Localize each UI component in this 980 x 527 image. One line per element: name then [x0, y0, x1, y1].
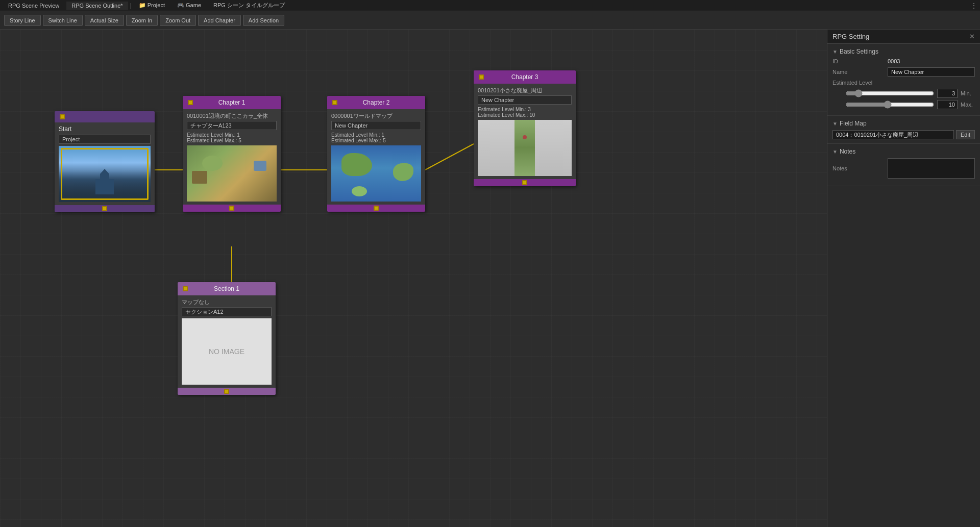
start-node-body: Start — [55, 122, 155, 205]
chapter3-node[interactable]: Chapter 3 0010201小さな廃屋_周辺 Estimated Leve… — [474, 70, 576, 186]
chapter3-body: 0010201小さな廃屋_周辺 Estimated Level Min.: 3E… — [474, 84, 576, 179]
chapter1-mapid: 0010001辺境の町ここカラ_全体 — [187, 112, 277, 120]
chapter3-header: Chapter 3 — [474, 70, 576, 84]
tab-separator-1: | — [130, 2, 132, 9]
chapter2-level: Estimated Level Min.: 1Estimated Level M… — [331, 132, 421, 143]
chapter3-connector-top — [479, 74, 484, 80]
start-connector-top — [60, 114, 65, 119]
section1-node[interactable]: Section 1 マップなし NO IMAGE — [178, 282, 276, 395]
chapter2-node[interactable]: Chapter 2 0000001ワールドマップ Estimated Level… — [327, 96, 425, 212]
section1-connector-bottom — [224, 389, 229, 394]
level-min-unit: Min. — [961, 90, 975, 96]
name-label: Name — [832, 69, 884, 75]
start-project-input[interactable] — [59, 135, 151, 144]
chapter2-footer — [327, 205, 425, 212]
chapter2-body: 0000001ワールドマップ Estimated Level Min.: 1Es… — [327, 109, 425, 205]
chapter1-title: Chapter 1 — [218, 99, 246, 106]
switch-line-button[interactable]: Switch Line — [43, 15, 83, 26]
chapter1-node[interactable]: Chapter 1 0010001辺境の町ここカラ_全体 Estimated L… — [183, 96, 281, 212]
section1-no-image: NO IMAGE — [182, 318, 272, 385]
start-node-footer — [55, 205, 155, 212]
chapter1-level: Estimated Level Min.: 1Estimated Level M… — [187, 132, 277, 143]
chapter1-connector-bottom — [229, 206, 234, 211]
story-line-button[interactable]: Story Line — [4, 15, 41, 26]
tab-tilemap[interactable]: RPG シーン タイルグループ — [208, 1, 290, 10]
chapter1-input[interactable] — [187, 121, 277, 130]
chapter2-input[interactable] — [331, 121, 421, 130]
start-node-header — [55, 111, 155, 122]
level-max-input[interactable] — [937, 100, 958, 109]
field-map-edit-button[interactable]: Edit — [956, 130, 975, 139]
chapter1-body: 0010001辺境の町ここカラ_全体 Estimated Level Min.:… — [183, 109, 281, 205]
section1-connector-top — [183, 286, 188, 291]
estimated-level-label: Estimated Level — [832, 80, 884, 86]
section1-input[interactable] — [182, 307, 272, 316]
field-map-section: ▼ Field Map Edit — [827, 116, 980, 144]
chapter1-header: Chapter 1 — [183, 96, 281, 109]
level-min-row: Min. — [832, 89, 975, 98]
start-connector-bottom — [102, 206, 107, 211]
chapter3-title: Chapter 3 — [511, 73, 538, 81]
name-row: Name — [832, 67, 975, 77]
level-max-slider[interactable] — [846, 101, 934, 109]
notes-row: Notes — [832, 158, 975, 179]
actual-size-button[interactable]: Actual Size — [85, 15, 124, 26]
start-node[interactable]: Start — [55, 111, 155, 212]
main-layout: Start Chapter 1 — [0, 30, 980, 527]
notes-section-label: Notes — [840, 148, 855, 155]
section1-body: マップなし NO IMAGE — [178, 295, 276, 388]
field-map-input[interactable] — [832, 130, 954, 139]
zoom-in-button[interactable]: Zoom In — [126, 15, 158, 26]
svg-line-2 — [425, 144, 474, 170]
chapter2-title: Chapter 2 — [363, 99, 390, 106]
notes-arrow: ▼ — [832, 149, 838, 155]
add-chapter-button[interactable]: Add Chapter — [198, 15, 241, 26]
basic-settings-section: ▼ Basic Settings ID 0003 Name Estimated … — [827, 44, 980, 116]
more-tabs-button[interactable]: ⋮ — [971, 2, 977, 9]
tab-rpg-scene-outline[interactable]: RPG Scene Outline* — [66, 2, 128, 10]
level-min-slider[interactable] — [846, 89, 934, 97]
chapter3-level: Estimated Level Min.: 3Estimated Level M… — [478, 107, 572, 118]
chapter2-connector-top — [332, 100, 337, 105]
chapter1-connector-top — [188, 100, 193, 105]
chapter3-image — [478, 120, 572, 176]
right-panel-title: RPG Setting ✕ — [827, 30, 980, 44]
basic-settings-header: ▼ Basic Settings — [832, 48, 975, 55]
chapter2-header: Chapter 2 — [327, 96, 425, 109]
level-max-row: Max. — [832, 100, 975, 109]
id-row: ID 0003 — [832, 58, 975, 64]
name-input[interactable] — [888, 67, 975, 77]
notes-textarea[interactable] — [888, 158, 975, 179]
add-section-button[interactable]: Add Section — [243, 15, 284, 26]
notes-label: Notes — [832, 165, 884, 171]
zoom-out-button[interactable]: Zoom Out — [160, 15, 196, 26]
field-map-header: ▼ Field Map — [832, 120, 975, 127]
chapter3-connector-bottom — [522, 180, 527, 185]
toolbar: Story Line Switch Line Actual Size Zoom … — [0, 11, 980, 30]
tab-project[interactable]: 📁 Project — [134, 1, 170, 10]
basic-settings-label: Basic Settings — [840, 48, 878, 55]
chapter2-image — [331, 145, 421, 202]
estimated-level-row: Estimated Level — [832, 80, 975, 86]
panel-close-icon[interactable]: ✕ — [969, 33, 975, 40]
level-max-unit: Max. — [961, 102, 975, 108]
chapter3-input[interactable] — [478, 95, 572, 105]
start-image — [59, 146, 151, 202]
chapter3-mapid: 0010201小さな廃屋_周辺 — [478, 87, 572, 94]
level-min-input[interactable] — [937, 89, 958, 98]
section1-header: Section 1 — [178, 282, 276, 295]
section1-footer — [178, 388, 276, 395]
tab-game[interactable]: 🎮 Game — [172, 1, 206, 10]
section1-mapid: マップなし — [182, 298, 272, 306]
start-title: Start — [59, 126, 151, 133]
story-canvas[interactable]: Start Chapter 1 — [0, 30, 827, 527]
chapter1-image — [187, 145, 277, 202]
chapter2-connector-bottom — [374, 206, 379, 211]
notes-header: ▼ Notes — [832, 148, 975, 155]
section1-title: Section 1 — [214, 285, 239, 292]
notes-section: ▼ Notes Notes — [827, 144, 980, 186]
chapter1-footer — [183, 205, 281, 212]
tab-rpg-scene-preview[interactable]: RPG Scene Preview — [3, 2, 64, 10]
field-map-label: Field Map — [840, 120, 867, 127]
basic-settings-arrow: ▼ — [832, 49, 838, 55]
